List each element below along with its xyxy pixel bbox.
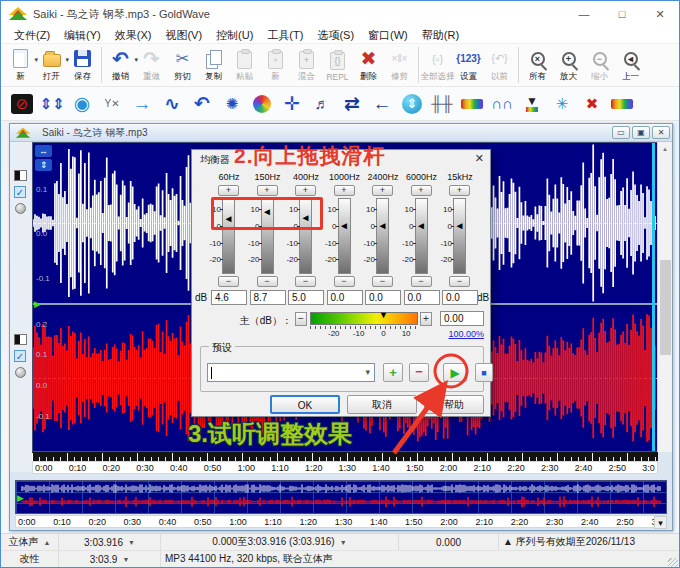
vertical-scrollbar[interactable]: ▴ [657,142,672,452]
band-db-field[interactable]: 4.6 [211,290,247,305]
doc-close-button[interactable]: ✕ [652,126,670,139]
ok-button[interactable]: OK [270,395,340,414]
toolbar-button-magp[interactable]: +放大 [553,48,584,83]
band-increase-button[interactable]: + [295,185,316,196]
band-decrease-button[interactable]: − [411,276,432,287]
dialog-close-icon[interactable]: ✕ [475,152,484,165]
menu-item[interactable]: 选项(S) [310,28,361,43]
band-decrease-button[interactable]: − [334,276,355,287]
left-channel-checkbox[interactable]: ✓ [14,186,26,198]
menu-item[interactable]: 编辑(Y) [57,28,108,43]
status-arrow-icon[interactable]: ▲ [44,539,51,546]
arrows-cross-icon[interactable]: ✛ [277,89,307,119]
amplitude-axis-button[interactable]: ⇕ [35,159,52,171]
close-button[interactable]: ✕ [641,1,679,27]
menu-item[interactable]: 工具(T) [260,28,310,43]
preview-play-button[interactable]: ▶ [443,363,467,382]
menu-item[interactable]: 文件(Z) [7,28,57,43]
band-slider-track[interactable] [415,198,428,274]
band-slider-track[interactable] [453,198,466,274]
menu-item[interactable]: 控制(U) [209,28,260,43]
preset-remove-button[interactable]: − [409,363,429,382]
time-axis-button[interactable]: ↔ [35,145,52,157]
minimize-button[interactable]: — [565,1,603,27]
sine-wave-icon[interactable]: ∿ [157,89,187,119]
channel-view-button[interactable] [14,170,27,181]
band-increase-button[interactable]: + [411,185,432,196]
master-volume-slider[interactable]: ▼ [310,312,418,325]
cancel-button[interactable]: 取消 [347,395,417,414]
toolbar-button-undo[interactable]: ↶▾撤销 [105,48,136,83]
band-decrease-button[interactable]: − [449,276,470,287]
band-slider-thumb[interactable]: ◄ [453,221,466,231]
band-slider-thumb[interactable]: ◄ [376,221,389,231]
toolbar-button-magx[interactable]: ×所有 [522,48,553,83]
band-slider-track[interactable] [338,198,351,274]
band-db-field[interactable]: 0.0 [404,290,440,305]
swap-arrows-icon[interactable]: ⇄ [337,89,367,119]
menu-item[interactable]: 窗口(W) [361,28,415,43]
right-channel-checkbox[interactable]: ✓ [14,350,26,362]
band-decrease-button[interactable]: − [372,276,393,287]
updown-arrows-icon[interactable]: ⇕⇕ [37,89,67,119]
band-decrease-button[interactable]: − [257,276,278,287]
left-channel-radio[interactable] [15,203,26,214]
chevron-down-icon[interactable]: ▾ [365,367,370,377]
document-title-bar[interactable]: Saiki - 鸟之诗 钢琴.mp3 ▭ ▣ ✕ [10,124,672,142]
band-increase-button[interactable]: + [257,185,278,196]
band-decrease-button[interactable]: − [218,276,239,287]
rainbow-bar-icon[interactable] [457,89,487,119]
doc-restore-button[interactable]: ▣ [632,126,650,139]
sphere-icon[interactable]: ◉ [67,89,97,119]
selection-end-marker[interactable] [652,143,655,451]
left-arrow-icon[interactable]: ← [367,89,397,119]
toolbar-button-page[interactable]: ▾新 [5,48,36,83]
master-percent-link[interactable]: 100.00% [440,329,484,339]
channel-view-button[interactable] [14,334,27,345]
color-wheel-icon[interactable] [247,89,277,119]
toolbar-button-magl[interactable]: ◄上一 [615,48,646,83]
maximize-button[interactable]: □ [603,1,641,27]
overview-scroll-icon[interactable]: ▾ [654,516,667,529]
scrollbar-thumb[interactable] [660,260,671,355]
arrow-right-icon[interactable]: → [127,89,157,119]
band-slider-thumb[interactable]: ◄ [415,221,428,231]
master-increase-button[interactable]: + [420,312,432,326]
toolbar-button-cut[interactable]: ✂剪切 [167,48,198,83]
preview-stop-button[interactable]: ■ [475,363,493,382]
menu-item[interactable]: 效果(X) [108,28,159,43]
preset-combobox[interactable]: ▾ [207,363,375,382]
right-channel-radio[interactable] [15,367,26,378]
preset-add-button[interactable]: + [383,363,403,382]
undo-curve-icon[interactable]: ↶ [187,89,217,119]
band-increase-button[interactable]: + [449,185,470,196]
band-db-field[interactable]: 0.0 [327,290,363,305]
status-arrow-icon[interactable]: ▼ [340,539,347,546]
band-slider-track[interactable] [376,198,389,274]
status-arrow-icon[interactable]: ▼ [122,556,129,563]
band-decrease-button[interactable]: − [295,276,316,287]
band-db-field[interactable]: 5.0 [288,290,324,305]
doc-minimize-button[interactable]: ▭ [612,126,630,139]
spark-icon[interactable]: ✳ [547,89,577,119]
scatter-xy-icon[interactable]: Y✕ [97,89,127,119]
no-sound-icon[interactable]: ⊘ [7,89,37,119]
time-ruler[interactable] [32,452,658,461]
overview-strip[interactable]: ▶ [15,480,667,514]
help-button[interactable]: 帮助 [424,395,484,414]
toolbar-button-copy[interactable]: 复制 [198,48,229,83]
master-decrease-button[interactable]: − [295,312,307,326]
arch-doors-icon[interactable]: ∩∩ [487,89,517,119]
band-db-field[interactable]: 0.0 [365,290,401,305]
burst-icon[interactable]: ✺ [217,89,247,119]
status-arrow-icon[interactable]: ▼ [128,539,135,546]
toolbar-button-set123[interactable]: {123}设置 [453,48,484,83]
menu-item[interactable]: 视图(V) [158,28,209,43]
master-slider-thumb[interactable]: ▼ [379,311,388,320]
band-increase-button[interactable]: + [372,185,393,196]
toolbar-button-floppy[interactable]: 保存 [67,48,98,83]
rainbow-cart-icon[interactable] [607,89,637,119]
music-score-icon[interactable]: ♬ [307,89,337,119]
mixer-sliders-icon[interactable]: ╫╫ [427,89,457,119]
rainbow-funnel-icon[interactable]: ▼ [517,89,547,119]
